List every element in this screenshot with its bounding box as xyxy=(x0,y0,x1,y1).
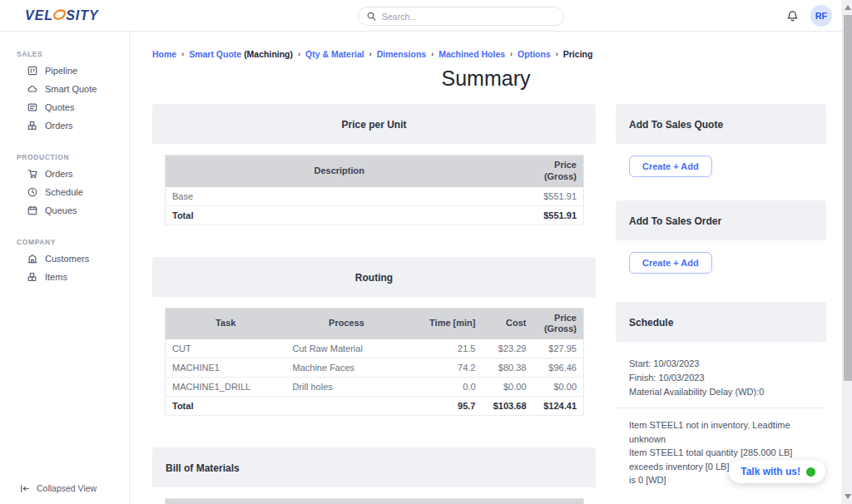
breadcrumb-dimensions[interactable]: Dimensions xyxy=(377,49,427,59)
col-header-task: Task xyxy=(166,308,286,339)
collapse-label: Collapsed View xyxy=(37,483,97,493)
price-per-unit-table: Description Price (Gross) Base $551.91 T… xyxy=(165,155,584,225)
sidebar-item-items[interactable]: Items xyxy=(0,268,129,286)
sidebar-item-smart-quote[interactable]: Smart Quote xyxy=(0,80,129,98)
cell-process: Drill holes xyxy=(286,378,408,397)
chevron-right-icon: › xyxy=(510,50,513,58)
cell-cost: $0.00 xyxy=(483,378,533,397)
breadcrumb-qty-material[interactable]: Qty & Material xyxy=(305,49,364,59)
cell-price: $96.46 xyxy=(533,358,584,378)
breadcrumb-current: Pricing xyxy=(563,49,593,59)
cell-task: MACHINE1 xyxy=(166,358,286,378)
chevron-right-icon: › xyxy=(431,50,433,58)
warning-line: Item STEEL1 not in inventory. Leadtime u… xyxy=(629,418,813,446)
cell-total-label: Total xyxy=(166,205,513,225)
table-row: MACHINE1_DRILL Drill holes 0.0 $0.00 $0.… xyxy=(166,378,584,397)
sidebar-item-sales-orders[interactable]: Orders xyxy=(0,116,129,135)
search-icon xyxy=(367,12,376,21)
scroll-up-arrow-icon[interactable] xyxy=(845,5,851,10)
chevron-right-icon: › xyxy=(181,50,184,58)
sidebar-section-production: PRODUCTION xyxy=(0,153,129,165)
page-title: Summary xyxy=(130,67,842,91)
sidebar-item-queues[interactable]: Queues xyxy=(0,201,129,220)
col-header-description: Description xyxy=(309,499,411,504)
cell-total-cost: $103.68 xyxy=(483,397,533,416)
online-status-dot xyxy=(806,467,815,477)
user-avatar[interactable]: RF xyxy=(810,5,832,27)
col-header-qty: Qty xyxy=(166,499,217,504)
boxes-icon xyxy=(27,272,37,282)
chevron-right-icon: › xyxy=(369,50,372,58)
sidebar-item-label: Orders xyxy=(45,121,73,131)
cell-price: $27.95 xyxy=(533,339,584,358)
sidebar-item-label: Orders xyxy=(45,169,73,179)
create-add-order-button[interactable]: Create + Add xyxy=(629,252,712,274)
cell-process: Cut Raw Material xyxy=(286,339,408,358)
total-row: Total $551.91 xyxy=(166,205,584,225)
routing-title: Routing xyxy=(355,272,393,284)
chevron-right-icon: › xyxy=(556,50,558,58)
page-scrollbar[interactable] xyxy=(842,0,852,504)
add-to-sales-quote-card: Add To Sales Quote Create + Add xyxy=(616,104,826,189)
schedule-finish: Finish: 10/03/2023 xyxy=(629,371,813,385)
routing-card: Routing Task Process Time [min] Cost Pri… xyxy=(152,257,596,428)
schedule-start: Start: 10/03/2023 xyxy=(629,357,813,371)
cell-total-price: $551.91 xyxy=(513,205,584,225)
sidebar-item-pipeline[interactable]: Pipeline xyxy=(0,62,129,80)
col-header-process: Process xyxy=(286,308,408,339)
col-header-time: Time [min] xyxy=(408,308,483,339)
breadcrumb-options[interactable]: Options xyxy=(518,49,551,59)
pipeline-icon xyxy=(27,66,37,76)
breadcrumb-home[interactable]: Home xyxy=(152,49,176,59)
create-add-quote-button[interactable]: Create + Add xyxy=(629,156,712,177)
col-header-extended-cost: Extended Cost xyxy=(494,499,539,504)
bom-table: Qty Part Number Description UOM Unit Cos… xyxy=(165,498,584,504)
table-row: CUT Cut Raw Material 21.5 $23.29 $27.95 xyxy=(166,339,584,358)
sidebar-item-schedule[interactable]: Schedule xyxy=(0,183,129,201)
cell-price: $0.00 xyxy=(533,378,584,397)
search-input[interactable] xyxy=(382,12,555,22)
schedule-delay: Material Availability Delay (WD):0 xyxy=(629,385,813,399)
scroll-down-arrow-icon[interactable] xyxy=(845,494,851,499)
chat-widget[interactable]: Talk with us! xyxy=(729,460,825,483)
sidebar-item-production-orders[interactable]: Orders xyxy=(0,165,129,183)
chevron-right-icon: › xyxy=(298,50,300,58)
add-to-sales-quote-title: Add To Sales Quote xyxy=(629,119,723,131)
collapse-sidebar-button[interactable]: Collapsed View xyxy=(20,483,97,493)
sidebar-item-label: Queues xyxy=(45,205,77,215)
logo-text-left: VEL xyxy=(25,8,53,23)
cell-price: $551.91 xyxy=(513,187,584,206)
price-per-unit-card: Price per Unit Description Price (Gross)… xyxy=(152,104,596,237)
cell-time: 74.2 xyxy=(408,358,483,378)
routing-table: Task Process Time [min] Cost Price (Gros… xyxy=(165,308,584,417)
sidebar-section-sales: SALES xyxy=(0,50,129,62)
building-icon xyxy=(27,254,37,264)
breadcrumb-smart-quote[interactable]: Smart Quote xyxy=(189,49,241,59)
cell-time: 21.5 xyxy=(408,339,483,358)
sidebar-item-label: Schedule xyxy=(45,187,83,197)
sidebar: SALES Pipeline Smart Quote Quotes Orders… xyxy=(0,32,130,504)
logo-o-icon xyxy=(52,7,67,22)
sidebar-item-label: Pipeline xyxy=(45,66,77,76)
col-header-description: Description xyxy=(166,156,513,187)
col-header-part-number: Part Number xyxy=(217,499,309,504)
col-header-cost: Cost xyxy=(483,308,533,339)
sidebar-item-label: Quotes xyxy=(45,102,74,112)
sidebar-item-quotes[interactable]: Quotes xyxy=(0,98,129,116)
cell-cost: $23.29 xyxy=(483,339,533,358)
sidebar-item-label: Smart Quote xyxy=(45,84,97,94)
scrollbar-thumb[interactable] xyxy=(844,15,852,381)
logo-text-right: SITY xyxy=(66,8,99,23)
col-header-price-gross: Price (Gross) xyxy=(533,308,584,339)
table-row: Base $551.91 xyxy=(166,187,584,206)
cell-task: CUT xyxy=(166,339,286,358)
cell-total-time: 95.7 xyxy=(408,397,483,416)
sidebar-section-company: COMPANY xyxy=(0,238,129,250)
breadcrumb-machined-holes[interactable]: Machined Holes xyxy=(438,49,505,59)
velosity-logo[interactable]: VEL SITY xyxy=(25,7,99,24)
main-content: Home › Smart Quote (Machining) › Qty & M… xyxy=(130,32,842,504)
global-search[interactable] xyxy=(358,7,564,26)
schedule-title: Schedule xyxy=(629,317,673,329)
notifications-bell-icon[interactable] xyxy=(786,10,799,22)
sidebar-item-customers[interactable]: Customers xyxy=(0,250,129,268)
